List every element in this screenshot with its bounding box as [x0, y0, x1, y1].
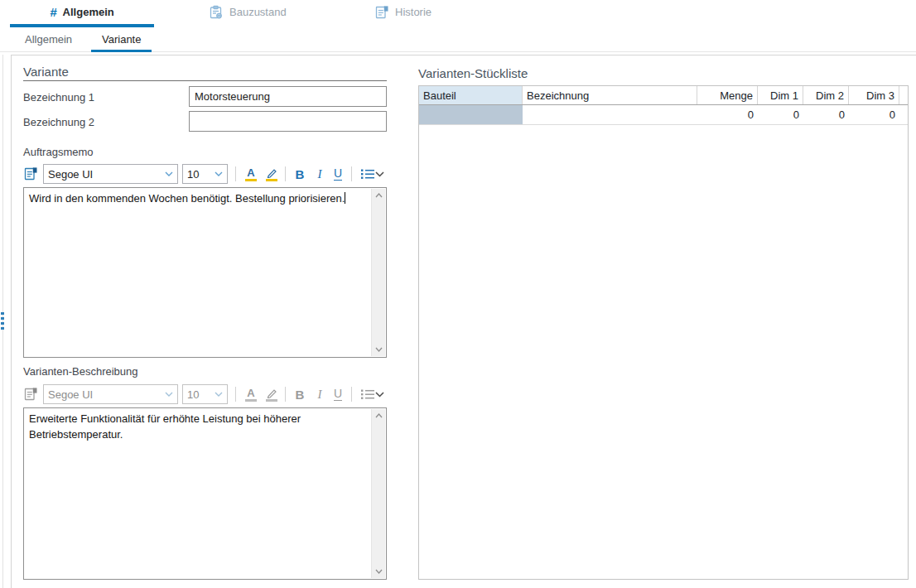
font-family-select-wrap: Segoe UI: [43, 383, 178, 406]
font-family-value: Segoe UI: [48, 168, 93, 181]
tab-allgemein[interactable]: # Allgemein: [10, 0, 154, 24]
cell-bauteil[interactable]: [419, 105, 523, 124]
tab-historie[interactable]: Historie: [374, 0, 431, 24]
column-header-dim3[interactable]: Dim 3: [849, 86, 899, 104]
scroll-up-icon[interactable]: [372, 409, 385, 422]
auftragsmemo-textarea[interactable]: Wird in den kommenden Wochen benötigt. B…: [23, 187, 387, 358]
beschreibung-textarea[interactable]: Erweiterte Funktionalität für erhöhte Le…: [23, 407, 387, 580]
tab-bauzustand-label: Bauzustand: [229, 6, 287, 18]
highlight-button: [262, 383, 282, 406]
auftragsmemo-label: Auftragsmemo: [23, 146, 94, 158]
memo-scrollbar[interactable]: [371, 189, 385, 356]
chevron-down-icon: [165, 392, 173, 397]
toolbar-separator: [351, 162, 352, 186]
memo-editor-toolbar: Segoe UI 10 A B I: [23, 162, 387, 186]
subtab-active-indicator: [91, 50, 152, 52]
underline-icon: U: [334, 388, 342, 401]
toolbar-separator: [235, 383, 236, 406]
underline-icon: U: [334, 167, 342, 181]
highlighter-pencil-icon: [266, 167, 277, 178]
toolbar-separator: [351, 383, 352, 406]
font-family-select[interactable]: Segoe UI: [43, 164, 178, 184]
chevron-down-icon: [375, 171, 384, 177]
underline-button: U: [328, 383, 348, 406]
stueckliste-header-row: Bauteil Bezeichnung Menge Dim 1 Dim 2 Di…: [419, 86, 908, 105]
bezeichnung2-input[interactable]: [189, 111, 387, 132]
font-color-button[interactable]: A: [241, 162, 261, 186]
toolbar-more-button[interactable]: [373, 162, 387, 186]
font-family-value: Segoe UI: [48, 388, 93, 401]
bold-icon: B: [296, 388, 305, 402]
bold-button[interactable]: B: [290, 162, 310, 186]
panel-border-left: [11, 55, 12, 588]
tab-bauzustand[interactable]: Bauzustand: [209, 0, 287, 24]
font-color-icon: A: [247, 388, 254, 398]
cell-dim3[interactable]: 0: [849, 105, 899, 124]
column-header-filler: [899, 86, 908, 104]
active-tab-indicator: [10, 24, 154, 27]
italic-button: I: [310, 383, 330, 406]
font-color-button: A: [241, 383, 261, 406]
history-memo-icon: [374, 5, 389, 20]
scroll-down-icon[interactable]: [372, 565, 385, 578]
column-header-bezeichnung[interactable]: Bezeichnung: [523, 86, 697, 104]
memo-icon: [23, 162, 38, 186]
font-size-select-wrap: 10: [182, 162, 228, 186]
splitter-dot: [1, 322, 4, 325]
column-header-dim1[interactable]: Dim 1: [758, 86, 803, 104]
bezeichnung2-label: Bezeichnung 2: [23, 116, 94, 128]
variante-section-title: Variante: [23, 65, 69, 79]
scroll-down-icon[interactable]: [372, 343, 385, 356]
scroll-up-icon[interactable]: [372, 189, 385, 202]
app-window: # Allgemein Bauzustand: [0, 0, 916, 588]
font-color-swatch: [245, 399, 257, 402]
toolbar-separator: [285, 162, 286, 186]
column-header-menge[interactable]: Menge: [697, 86, 758, 104]
subtab-allgemein[interactable]: Allgemein: [25, 33, 72, 46]
font-size-value: 10: [187, 168, 199, 181]
italic-button[interactable]: I: [310, 162, 330, 186]
italic-icon: I: [318, 388, 322, 402]
chevron-down-icon: [215, 171, 223, 176]
memo-icon: [23, 383, 38, 406]
beschreibung-text: Erweiterte Funktionalität für erhöhte Le…: [24, 408, 371, 579]
panel-border-top: [11, 55, 916, 55]
font-family-select-wrap: Segoe UI: [43, 162, 178, 186]
column-header-dim2[interactable]: Dim 2: [803, 86, 849, 104]
variante-section-rule: [23, 80, 387, 81]
beschreibung-editor-toolbar: Segoe UI 10 A B I: [23, 383, 387, 406]
toolbar-separator: [235, 162, 236, 186]
italic-icon: I: [318, 167, 322, 181]
hash-icon: #: [50, 5, 56, 19]
bezeichnung1-input[interactable]: Motorsteuerung: [189, 86, 387, 107]
toolbar-more-button[interactable]: [373, 383, 387, 406]
table-row[interactable]: 0 0 0 0: [419, 105, 908, 125]
panel-splitter-handle[interactable]: [0, 312, 5, 335]
font-size-value: 10: [187, 388, 199, 401]
font-size-select[interactable]: 10: [182, 164, 228, 184]
cell-dim1[interactable]: 0: [758, 105, 803, 124]
main-tab-bar: # Allgemein Bauzustand: [0, 0, 916, 27]
subtab-variante[interactable]: Variante: [102, 33, 141, 46]
column-header-bauteil[interactable]: Bauteil: [419, 86, 523, 104]
cell-bezeichnung[interactable]: [523, 105, 697, 124]
splitter-dot: [1, 327, 4, 330]
beschreibung-scrollbar[interactable]: [371, 409, 385, 578]
tab-historie-label: Historie: [395, 6, 431, 18]
bezeichnung1-label: Bezeichnung 1: [23, 91, 94, 104]
font-color-icon: A: [247, 167, 254, 178]
font-size-select-wrap: 10: [182, 383, 228, 406]
font-family-select[interactable]: Segoe UI: [43, 384, 178, 404]
font-size-select[interactable]: 10: [182, 384, 228, 404]
highlight-button[interactable]: [262, 162, 282, 186]
cell-dim2[interactable]: 0: [803, 105, 849, 124]
highlight-swatch: [266, 179, 277, 181]
bezeichnung1-value: Motorsteuerung: [195, 90, 270, 103]
chevron-down-icon: [375, 392, 384, 398]
chevron-down-icon: [215, 392, 223, 397]
stueckliste-table: Bauteil Bezeichnung Menge Dim 1 Dim 2 Di…: [418, 85, 909, 580]
beschreibung-label: Varianten-Beschreibung: [23, 365, 138, 378]
stueckliste-title: Varianten-Stückliste: [418, 66, 528, 80]
cell-menge[interactable]: 0: [697, 105, 758, 124]
underline-button[interactable]: U: [328, 162, 348, 186]
